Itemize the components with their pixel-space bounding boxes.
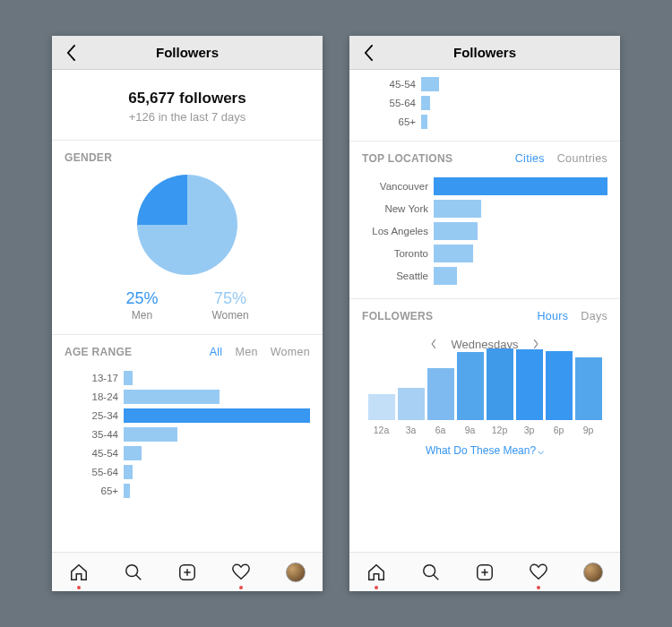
followers-section-head: FOLLOWERS Hours Days: [349, 299, 620, 328]
tab-profile[interactable]: [582, 561, 605, 584]
prev-day-button[interactable]: [426, 337, 441, 351]
bar-label: Los Angeles: [362, 226, 434, 236]
hour-bar: 6p: [546, 351, 573, 435]
gender-section-title: GENDER: [65, 151, 112, 164]
hour-bar-fill: [546, 351, 573, 420]
bar-fill: [434, 222, 478, 240]
bar-label: Vancouver: [362, 181, 434, 192]
tab-home[interactable]: [365, 561, 388, 584]
bar-track: [124, 408, 310, 423]
bar-label: 65+: [362, 116, 421, 127]
followers-delta: +126 in the last 7 days: [52, 110, 323, 124]
hour-bar-label: 12a: [374, 425, 390, 435]
bar-label: New York: [362, 203, 434, 214]
hour-bar-label: 6a: [435, 425, 446, 435]
hour-bar-fill: [457, 352, 484, 420]
tab-age-women[interactable]: Women: [271, 346, 310, 358]
chevron-left-icon: [430, 339, 437, 349]
bar-fill: [421, 96, 430, 110]
gender-women: 75% Women: [211, 289, 248, 322]
locations-section-head: TOP LOCATIONS Cities Countries: [349, 142, 620, 170]
tab-home[interactable]: [67, 561, 90, 584]
svg-point-0: [125, 564, 137, 576]
bar-label: 45-54: [362, 79, 421, 90]
gender-women-pct: 75%: [211, 289, 248, 308]
bar-fill: [421, 115, 427, 129]
hour-bar-label: 3p: [524, 425, 535, 435]
bar-track: [434, 267, 607, 285]
age-section-head: AGE RANGE All Men Women: [52, 335, 323, 364]
home-icon: [69, 563, 89, 582]
tab-age-men[interactable]: Men: [235, 346, 257, 358]
hour-bar-label: 9p: [583, 425, 594, 435]
hour-bar: 6a: [427, 368, 454, 435]
bar-fill: [434, 200, 481, 218]
tab-followers-hours[interactable]: Hours: [537, 310, 568, 322]
bar-row: 55-64: [65, 463, 310, 481]
tab-activity[interactable]: [229, 561, 253, 584]
bar-row: Seattle: [362, 265, 607, 287]
tab-activity[interactable]: [527, 561, 550, 584]
day-selector: Wednesdays: [349, 328, 620, 351]
tab-create[interactable]: [176, 561, 199, 584]
gender-men: 25% Men: [125, 289, 158, 322]
bar-row: Los Angeles: [362, 220, 607, 242]
locations-chart: VancouverNew YorkLos AngelesTorontoSeatt…: [349, 170, 620, 298]
bar-label: 65+: [65, 485, 124, 496]
heart-icon: [529, 563, 548, 582]
notification-dot: [77, 586, 81, 589]
notification-dot: [239, 586, 243, 589]
hour-bar-fill: [427, 368, 454, 420]
age-tabs: All Men Women: [210, 346, 310, 358]
page-title: Followers: [453, 45, 516, 60]
nav-bar: Followers: [349, 36, 620, 70]
back-button[interactable]: [61, 43, 81, 63]
gender-women-label: Women: [211, 309, 248, 322]
bar-row: 55-64: [362, 94, 607, 112]
chevron-right-icon: [532, 339, 539, 349]
page-title: Followers: [156, 45, 219, 60]
bar-fill: [124, 484, 130, 498]
bar-row: Toronto: [362, 243, 607, 264]
tab-create[interactable]: [473, 561, 496, 584]
bar-fill: [434, 267, 457, 285]
bar-label: Seattle: [362, 271, 434, 281]
avatar-icon: [286, 563, 306, 582]
back-button[interactable]: [358, 43, 378, 63]
bottom-tab-bar: [52, 552, 323, 591]
bar-label: 13-17: [65, 373, 124, 383]
tab-age-all[interactable]: All: [210, 346, 223, 358]
bar-track: [124, 427, 310, 442]
tab-followers-days[interactable]: Days: [581, 310, 607, 322]
bar-track: [421, 77, 607, 91]
tab-search[interactable]: [419, 561, 443, 584]
locations-tabs: Cities Countries: [515, 152, 607, 165]
bar-label: 18-24: [65, 391, 124, 402]
bar-track: [421, 115, 607, 129]
tab-profile[interactable]: [284, 561, 307, 584]
tab-locations-countries[interactable]: Countries: [557, 152, 607, 165]
bar-track: [434, 245, 607, 262]
notification-dot: [375, 586, 378, 589]
hour-bar: 12a: [368, 394, 395, 435]
hour-bar: 9a: [457, 352, 484, 435]
what-do-these-mean-link[interactable]: What Do These Mean?⌵: [349, 435, 620, 468]
hour-bar-fill: [487, 348, 513, 420]
bar-fill: [124, 408, 310, 423]
tab-search[interactable]: [122, 561, 145, 584]
bar-row: 45-54: [65, 444, 310, 462]
bar-label: 35-44: [65, 429, 124, 440]
age-range-chart: 13-1718-2425-3435-4445-5455-6465+: [52, 364, 323, 511]
bar-row: 45-54: [362, 75, 607, 93]
bar-row: 18-24: [65, 388, 310, 406]
bar-fill: [124, 427, 177, 442]
search-icon: [124, 563, 143, 582]
nav-bar: Followers: [52, 36, 323, 70]
bar-row: 65+: [65, 482, 310, 500]
notification-dot: [537, 586, 540, 589]
bar-track: [421, 96, 607, 110]
hour-bar-fill: [516, 349, 543, 420]
svg-point-5: [423, 564, 435, 576]
tab-locations-cities[interactable]: Cities: [515, 152, 545, 165]
bar-fill: [124, 371, 133, 385]
